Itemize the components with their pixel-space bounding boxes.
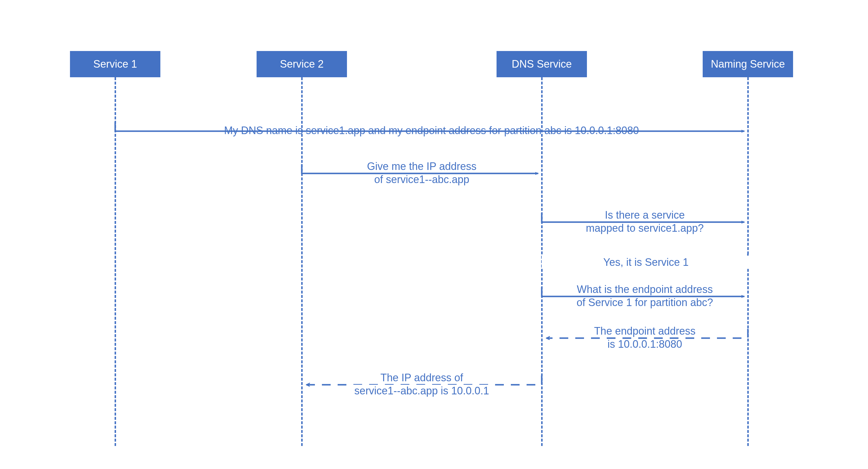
participant-label: Naming Service — [711, 58, 785, 70]
participant-dns-service: DNS Service — [497, 51, 587, 77]
sequence-diagram: Service 1 Service 2 DNS Service Naming S… — [0, 0, 868, 469]
msg-endpoint-address: The endpoint address is 10.0.0.1:8080 — [542, 324, 748, 351]
msg-register-endpoint: My DNS name is service1.app and my endpo… — [115, 124, 748, 137]
msg-text: of Service 1 for partition abc? — [577, 296, 713, 308]
msg-text: The endpoint address — [589, 325, 701, 337]
msg-is-there-service: Is there a service mapped to service1.ap… — [542, 209, 748, 234]
msg-text: My DNS name is service1.app and my endpo… — [224, 124, 639, 136]
participant-service-2: Service 2 — [256, 51, 347, 77]
participant-label: Service 1 — [93, 58, 137, 70]
msg-text: Give me the IP address — [367, 160, 477, 172]
msg-ip-answer: The IP address of service1--abc.app is 1… — [302, 371, 542, 397]
msg-text: What is the endpoint address — [577, 283, 713, 295]
participant-label: Service 2 — [280, 58, 323, 70]
msg-yes-service1: Yes, it is Service 1 — [542, 256, 750, 269]
msg-what-endpoint: What is the endpoint address of Service … — [542, 283, 748, 309]
participant-service-1: Service 1 — [70, 51, 160, 77]
msg-text: is 10.0.0.1:8080 — [607, 338, 682, 350]
msg-text: mapped to service1.app? — [586, 222, 704, 234]
msg-text: of service1--abc.app — [374, 174, 469, 185]
participant-naming-service: Naming Service — [703, 51, 793, 77]
msg-text: Is there a service — [605, 209, 685, 221]
msg-text: service1--abc.app is 10.0.0.1 — [349, 385, 494, 397]
participant-label: DNS Service — [512, 58, 572, 70]
msg-give-ip: Give me the IP address of service1--abc.… — [302, 160, 542, 186]
msg-text: Yes, it is Service 1 — [598, 256, 694, 268]
msg-text: The IP address of — [380, 372, 463, 384]
